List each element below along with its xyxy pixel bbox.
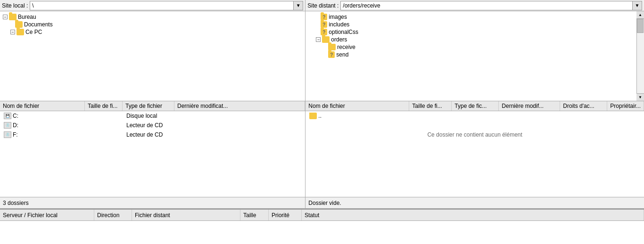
- left-file-list: 💾 C: Disque local 💿 D: Lecteur de CD: [0, 111, 305, 197]
- file-manager: Site local : ▼ − Bureau Documents −: [0, 0, 644, 209]
- left-site-label: Site local :: [2, 2, 28, 9]
- file-cell-name-c: 💾 C:: [1, 113, 86, 119]
- expand-cepc[interactable]: −: [10, 30, 15, 34]
- left-col-type[interactable]: Type de fichier: [123, 101, 174, 111]
- right-address-bar: Site distant : ▼: [305, 0, 644, 11]
- left-address-bar: Site local : ▼: [0, 0, 305, 11]
- left-status-text: 3 dossiers: [3, 200, 29, 206]
- right-col-rights[interactable]: Droits d'ac...: [560, 101, 607, 111]
- right-empty-message: Ce dossier ne contient aucun élément: [305, 121, 644, 149]
- folder-bureau-icon: [9, 14, 17, 20]
- queue-col-size[interactable]: Taille: [240, 210, 269, 220]
- folder-documents-icon: [15, 21, 23, 28]
- left-col-date[interactable]: Dernière modificat...: [174, 101, 305, 111]
- folder-includes-icon: ?: [321, 21, 327, 28]
- file-cell-name-f: 💿 F:: [1, 131, 86, 138]
- right-status-bar: Dossier vide.: [305, 197, 644, 208]
- tree-label-includes: includes: [329, 21, 349, 28]
- left-tree: − Bureau Documents − Ce PC: [0, 11, 305, 101]
- right-path-input[interactable]: [340, 1, 633, 10]
- left-path-input[interactable]: [30, 1, 294, 10]
- drive-icon-f: 💿: [4, 131, 11, 138]
- right-col-type[interactable]: Type de fic...: [452, 101, 499, 111]
- folder-optionalcss-icon: ?: [321, 29, 327, 35]
- transfer-queue: Serveur / Fichier local Direction Fichie…: [0, 209, 644, 244]
- tree-label-cepc: Ce PC: [25, 29, 42, 35]
- file-row-c[interactable]: 💾 C: Disque local: [0, 111, 305, 121]
- right-tree: ? images ? includes ? optionalCss − orde: [305, 11, 644, 101]
- drive-icon-c: 💾: [4, 113, 11, 119]
- right-col-size[interactable]: Taille de fi...: [409, 101, 452, 111]
- folder-send-icon: ?: [328, 51, 335, 58]
- tree-item-bureau[interactable]: − Bureau: [1, 13, 304, 21]
- tree-label-receive: receive: [337, 44, 355, 50]
- queue-col-priority[interactable]: Priorité: [269, 210, 302, 220]
- tree-item-optionalcss[interactable]: ? optionalCss: [306, 28, 643, 36]
- file-row-d[interactable]: 💿 D: Lecteur de CD: [0, 121, 305, 130]
- expand-bureau[interactable]: −: [3, 15, 8, 19]
- folder-images-icon: ?: [321, 14, 327, 20]
- drive-icon-d: 💿: [4, 122, 11, 129]
- left-status-bar: 3 dossiers: [0, 197, 305, 208]
- queue-body: [0, 221, 644, 244]
- tree-item-receive[interactable]: receive: [306, 43, 643, 51]
- folder-orders-icon: [322, 36, 330, 43]
- file-row-f[interactable]: 💿 F: Lecteur de CD: [0, 130, 305, 139]
- file-cell-type-c: Disque local: [124, 113, 175, 119]
- queue-col-status[interactable]: Statut: [302, 210, 644, 220]
- right-tree-scrollbar[interactable]: ▲ ▼: [636, 11, 644, 101]
- tree-label-orders: orders: [331, 36, 347, 43]
- queue-col-server[interactable]: Serveur / Fichier local: [0, 210, 94, 220]
- queue-column-headers: Serveur / Fichier local Direction Fichie…: [0, 210, 644, 221]
- right-col-name[interactable]: Nom de fichier: [305, 101, 409, 111]
- file-cell-name-d: 💿 D:: [1, 122, 86, 129]
- right-column-headers: Nom de fichier Taille de fi... Type de f…: [305, 101, 644, 111]
- scroll-down-btn[interactable]: ▼: [636, 93, 644, 101]
- tree-label-optionalcss: optionalCss: [329, 29, 358, 35]
- folder-receive-icon: [328, 44, 336, 50]
- tree-item-documents[interactable]: Documents: [1, 21, 304, 28]
- queue-col-direction[interactable]: Direction: [94, 210, 132, 220]
- folder-cepc-icon: [17, 29, 24, 35]
- right-file-list: .. Ce dossier ne contient aucun élément: [305, 111, 644, 197]
- left-panel: Site local : ▼ − Bureau Documents −: [0, 0, 305, 208]
- left-col-size[interactable]: Taille de fi...: [85, 101, 123, 111]
- scroll-up-btn[interactable]: ▲: [636, 11, 644, 19]
- file-row-dotdot[interactable]: ..: [305, 111, 644, 121]
- right-col-date[interactable]: Dernière modif...: [499, 101, 560, 111]
- main-container: Site local : ▼ − Bureau Documents −: [0, 0, 644, 244]
- tree-item-cepc[interactable]: − Ce PC: [1, 28, 304, 36]
- right-panel: Site distant : ▼ ? images ? includes: [305, 0, 644, 208]
- file-cell-name-dotdot: ..: [306, 113, 410, 119]
- tree-item-send[interactable]: ? send: [306, 51, 643, 58]
- tree-label-documents: Documents: [24, 21, 53, 28]
- tree-label-send: send: [336, 51, 348, 58]
- left-path-dropdown[interactable]: ▼: [294, 1, 303, 10]
- file-cell-type-f: Lecteur de CD: [124, 131, 175, 138]
- expand-orders[interactable]: −: [316, 37, 321, 42]
- right-status-text: Dossier vide.: [308, 200, 341, 206]
- tree-item-includes[interactable]: ? includes: [306, 21, 643, 28]
- dotdot-folder-icon: [309, 113, 317, 119]
- scroll-thumb[interactable]: [637, 19, 644, 33]
- right-path-dropdown[interactable]: ▼: [633, 1, 642, 10]
- tree-item-orders[interactable]: − orders: [306, 36, 643, 43]
- right-site-label: Site distant :: [307, 2, 339, 9]
- right-col-owner[interactable]: Propriétair...: [607, 101, 644, 111]
- tree-label-images: images: [329, 14, 347, 20]
- tree-label-bureau: Bureau: [18, 14, 36, 20]
- tree-item-images[interactable]: ? images: [306, 13, 643, 21]
- queue-col-remote[interactable]: Fichier distant: [132, 210, 240, 220]
- left-col-name[interactable]: Nom de fichier: [0, 101, 85, 111]
- file-cell-type-d: Lecteur de CD: [124, 122, 175, 129]
- left-column-headers: Nom de fichier Taille de fi... Type de f…: [0, 101, 305, 111]
